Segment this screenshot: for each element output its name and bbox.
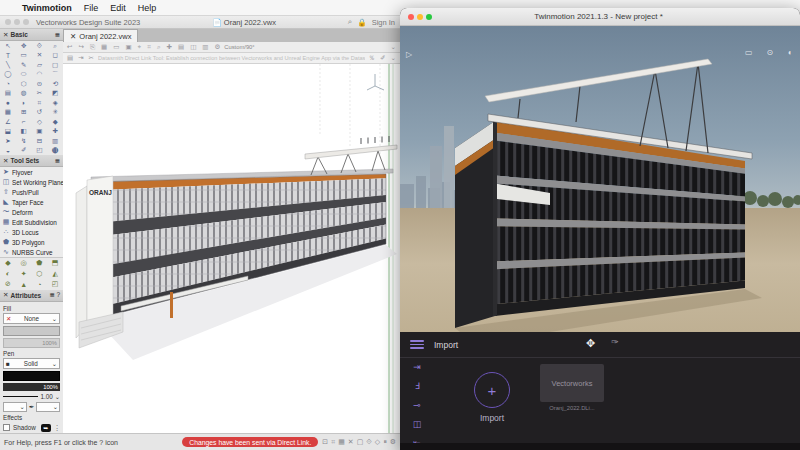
toolbar-icon[interactable]: ⚙ — [214, 43, 220, 51]
close-button[interactable] — [408, 14, 414, 20]
toolbar-icon[interactable]: ↪ — [78, 43, 83, 51]
basic-tool-icon[interactable]: ⬡ — [16, 79, 32, 89]
mode-icon[interactable]: ▤ — [67, 54, 73, 62]
toolset-category-icon[interactable]: ⊘ — [0, 279, 16, 290]
dock-rail-icon[interactable]: ◫ — [413, 419, 422, 429]
toolset-item-3d-polygon[interactable]: ⬟3D Polygon — [0, 237, 63, 247]
more-icon[interactable]: ⋮ — [54, 424, 60, 431]
mode-right-icon[interactable]: ％ — [369, 54, 376, 63]
basic-tool-icon[interactable]: ⊙ — [32, 79, 48, 89]
mode-icon[interactable]: ⇥ — [78, 54, 83, 62]
menu-edit[interactable]: Edit — [110, 3, 126, 13]
move-gizmo-icon[interactable]: ✥ — [586, 337, 595, 350]
basic-tool-icon[interactable]: T — [0, 51, 16, 61]
line-weight-row[interactable]: 1.00 ⌄ — [3, 393, 60, 400]
toolset-item-flyover[interactable]: ➤Flyover — [0, 167, 63, 177]
close-icon[interactable]: ✕ — [3, 157, 8, 165]
dock-rail-icon[interactable]: ⊸ — [413, 400, 421, 410]
toolset-item-set-working-plane[interactable]: ◫Set Working Plane — [0, 177, 63, 187]
imported-asset-card[interactable]: Vectorworks Oranj_2022.DLi... — [540, 364, 604, 411]
basic-tool-icon[interactable]: ▤ — [0, 89, 16, 99]
vw-drawing-viewport[interactable]: ORANJ — [63, 64, 400, 433]
status-bar-icon[interactable]: ⚙ — [390, 438, 396, 446]
toolset-item-edit-subdivision[interactable]: ▦Edit Subdivision — [0, 217, 63, 227]
dock-rail-icon[interactable]: Ⅎ — [414, 381, 419, 391]
basic-tool-icon[interactable]: ▥ — [47, 136, 63, 146]
basic-tool-icon[interactable]: ✳ — [47, 108, 63, 118]
dock-rail-icon[interactable]: ⇥ — [413, 362, 421, 372]
basic-tool-icon[interactable]: ✚ — [47, 127, 63, 137]
basic-tool-icon[interactable]: ◈ — [47, 98, 63, 108]
menu-help[interactable]: Help — [138, 3, 157, 13]
mode-right-icon[interactable]: ✐ — [380, 54, 385, 63]
status-bar-icon[interactable]: ◇ — [375, 438, 380, 446]
toolset-category-icon[interactable]: ◎ — [16, 258, 32, 269]
toolbar-overflow-chevron[interactable]: ⌄ — [391, 43, 396, 51]
import-tile[interactable]: + Import — [462, 372, 522, 423]
toolset-category-icon[interactable]: ◆ — [0, 258, 16, 269]
basic-tool-icon[interactable]: ➤ — [0, 136, 16, 146]
basic-tool-icon[interactable]: ✥ — [16, 41, 32, 51]
basic-tool-icon[interactable]: ✂ — [32, 89, 48, 99]
status-bar-icon[interactable]: ✕ — [348, 438, 354, 446]
basic-tool-icon[interactable]: ⟐ — [32, 41, 48, 51]
toolbar-icon[interactable]: ▣ — [125, 43, 131, 51]
toolset-category-icon[interactable]: ⬡ — [32, 269, 48, 280]
basic-tool-icon[interactable]: ▢ — [47, 60, 63, 70]
toolset-category-icon[interactable]: ◰ — [47, 279, 63, 290]
toolbar-icon[interactable]: ⌗ — [147, 43, 151, 51]
toolbar-icon[interactable]: ▤ — [178, 43, 184, 51]
basic-palette-header[interactable]: ✕ Basic ≣ — [0, 29, 63, 41]
toolset-category-icon[interactable]: ◐ — [0, 269, 16, 280]
basic-tool-icon[interactable]: ✕ — [32, 51, 48, 61]
palette-menu-icon[interactable]: ≣ ? — [49, 291, 60, 299]
status-bar-icon[interactable]: ▢ — [357, 438, 364, 446]
marker-dropdown[interactable]: ⌄ — [36, 402, 60, 412]
basic-tool-icon[interactable]: ◒ — [0, 146, 16, 156]
status-bar-icon[interactable]: ⊡ — [322, 438, 328, 446]
hamburger-menu-icon[interactable] — [410, 340, 424, 349]
basic-tool-icon[interactable]: ✎ — [16, 60, 32, 70]
basic-tool-icon[interactable]: ↺ — [32, 108, 48, 118]
toolset-category-icon[interactable]: ◔ — [32, 279, 48, 290]
basic-tool-icon[interactable]: ╲ — [0, 60, 16, 70]
vw-titlebar[interactable]: Vectorworks Design Suite 2023 📄 Oranj 20… — [0, 16, 400, 29]
basic-tool-icon[interactable]: ∠ — [0, 117, 16, 127]
basic-tool-icon[interactable]: ◍ — [16, 89, 32, 99]
basic-tool-icon[interactable]: ◰ — [32, 146, 48, 156]
fill-opacity-slider[interactable]: 100% — [3, 338, 60, 348]
basic-tool-icon[interactable]: ◩ — [47, 89, 63, 99]
basic-tool-icon[interactable]: ◔ — [0, 79, 16, 89]
fill-color-swatch[interactable] — [3, 326, 60, 336]
status-bar-icon[interactable]: ⏸ — [383, 438, 387, 446]
minimize-button[interactable] — [14, 19, 20, 25]
toolbar-icon[interactable]: ▥ — [202, 43, 208, 51]
basic-tool-icon[interactable]: ◗ — [16, 98, 32, 108]
asset-thumbnail[interactable]: Vectorworks — [540, 364, 604, 402]
basic-tool-icon[interactable]: ⟲ — [47, 79, 63, 89]
close-icon[interactable]: ✕ — [3, 31, 8, 39]
viewport-icon[interactable]: ◖ — [787, 48, 792, 57]
attributes-palette-header[interactable]: ✕ Attributes ≣ ? — [0, 290, 63, 302]
status-bar-icon[interactable]: ⟐ — [366, 438, 372, 446]
basic-tool-icon[interactable]: ◠ — [32, 70, 48, 80]
status-bar-icon[interactable]: ▦ — [338, 438, 345, 446]
basic-tool-icon[interactable]: ◆ — [47, 117, 63, 127]
basic-tool-icon[interactable]: ◯ — [0, 70, 16, 80]
toolbar-icon[interactable]: ◫ — [190, 43, 196, 51]
zoom-button[interactable] — [426, 14, 432, 20]
toolset-item-push-pull[interactable]: ⇧Push/Pull — [0, 187, 63, 197]
toolsets-palette-header[interactable]: ✕ Tool Sets ≣ — [0, 155, 63, 167]
toolset-category-icon[interactable]: ▲ — [16, 279, 32, 290]
search-icon[interactable]: ⌕ — [348, 17, 352, 27]
shadow-checkbox[interactable] — [3, 424, 10, 431]
basic-tool-icon[interactable]: ⌒ — [47, 70, 63, 80]
basic-tool-icon[interactable]: ↖ — [0, 41, 16, 51]
pen-style-dropdown[interactable]: ■ Solid ⌄ — [3, 358, 60, 369]
basic-tool-icon[interactable]: ⌐ — [16, 117, 32, 127]
palette-menu-icon[interactable]: ≣ — [55, 31, 60, 39]
status-bar-icon[interactable]: ⌗ — [331, 438, 335, 446]
toolset-category-icon[interactable]: ⬒ — [47, 258, 63, 269]
tab-close-icon[interactable]: ✕ — [70, 32, 76, 41]
basic-tool-icon[interactable]: ◇ — [32, 117, 48, 127]
